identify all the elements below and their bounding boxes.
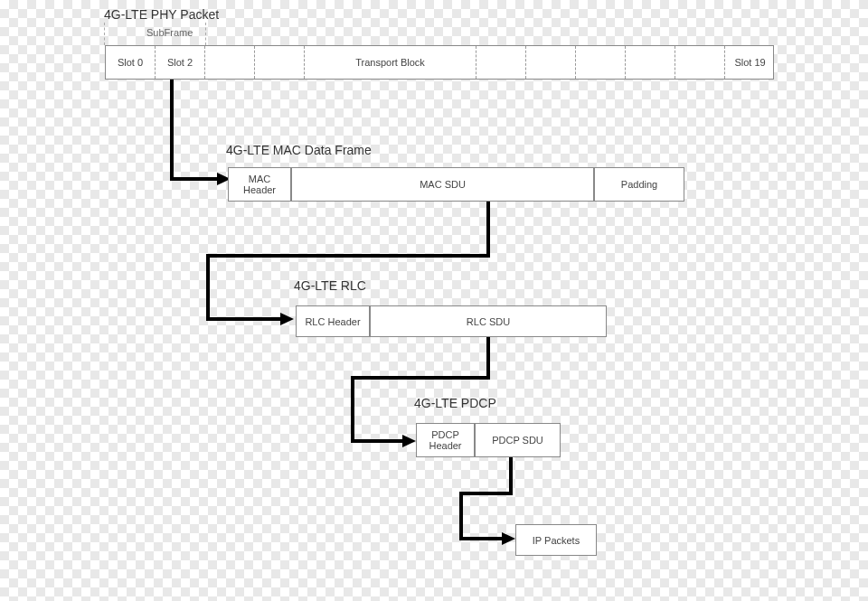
phy-packet-container: Slot 0 Slot 2 Transport Block Slot 19 <box>105 45 774 80</box>
phy-slot-empty-4 <box>526 46 576 79</box>
rlc-title: 4G-LTE RLC <box>294 278 366 293</box>
pdcp-sdu: PDCP SDU <box>475 423 561 457</box>
svg-marker-1 <box>280 313 294 325</box>
mac-sdu: MAC SDU <box>291 167 594 202</box>
mac-padding: Padding <box>594 167 684 202</box>
phy-slot-empty-3 <box>476 46 526 79</box>
subframe-bracket <box>104 23 206 45</box>
svg-marker-2 <box>402 435 416 447</box>
svg-marker-3 <box>502 532 515 545</box>
phy-transport-block: Transport Block <box>305 46 476 79</box>
pdcp-title: 4G-LTE PDCP <box>414 396 496 410</box>
mac-title: 4G-LTE MAC Data Frame <box>226 143 372 157</box>
phy-slot-empty-5 <box>576 46 626 79</box>
pdcp-header: PDCP Header <box>416 423 475 457</box>
phy-slot19: Slot 19 <box>725 46 775 79</box>
rlc-sdu: RLC SDU <box>370 305 607 337</box>
phy-slot-empty-7 <box>675 46 725 79</box>
phy-slot-empty-6 <box>626 46 675 79</box>
phy-title: 4G-LTE PHY Packet <box>104 7 219 22</box>
ip-packets: IP Packets <box>515 524 597 556</box>
phy-slot0: Slot 0 <box>106 46 156 79</box>
mac-header: MAC Header <box>228 167 291 202</box>
phy-slot2: Slot 2 <box>156 46 205 79</box>
phy-slot-empty-1 <box>205 46 255 79</box>
rlc-header: RLC Header <box>296 305 370 337</box>
arrow-phy-to-mac <box>99 80 235 195</box>
phy-slot-empty-2 <box>255 46 305 79</box>
